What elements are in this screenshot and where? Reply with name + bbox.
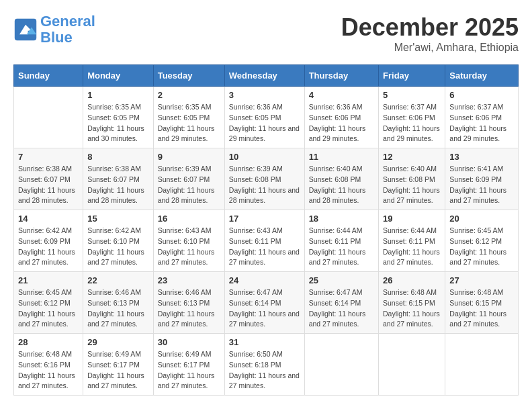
day-info: Sunrise: 6:38 AMSunset: 6:07 PMDaylight:… xyxy=(87,164,149,206)
calendar-cell: 4 Sunrise: 6:36 AMSunset: 6:06 PMDayligh… xyxy=(304,87,378,148)
calendar-cell xyxy=(445,334,519,396)
calendar-cell: 17 Sunrise: 6:43 AMSunset: 6:11 PMDaylig… xyxy=(224,210,304,272)
calendar-cell: 12 Sunrise: 6:40 AMSunset: 6:08 PMDaylig… xyxy=(379,148,445,210)
day-number: 18 xyxy=(309,214,374,224)
day-number: 28 xyxy=(18,337,79,347)
logo: General Blue xyxy=(13,13,95,46)
calendar-cell: 6 Sunrise: 6:37 AMSunset: 6:06 PMDayligh… xyxy=(445,87,519,148)
day-info: Sunrise: 6:49 AMSunset: 6:17 PMDaylight:… xyxy=(87,349,149,392)
day-info: Sunrise: 6:37 AMSunset: 6:06 PMDaylight:… xyxy=(449,102,514,144)
day-number: 1 xyxy=(87,90,149,100)
calendar-cell xyxy=(304,334,378,396)
calendar-cell: 3 Sunrise: 6:36 AMSunset: 6:05 PMDayligh… xyxy=(224,87,304,148)
calendar-cell: 30 Sunrise: 6:49 AMSunset: 6:17 PMDaylig… xyxy=(153,334,224,396)
day-info: Sunrise: 6:42 AMSunset: 6:09 PMDaylight:… xyxy=(18,226,79,268)
day-number: 6 xyxy=(449,90,514,100)
calendar-cell: 15 Sunrise: 6:42 AMSunset: 6:10 PMDaylig… xyxy=(83,210,154,272)
calendar-cell: 16 Sunrise: 6:43 AMSunset: 6:10 PMDaylig… xyxy=(153,210,224,272)
calendar-week-1: 7 Sunrise: 6:38 AMSunset: 6:07 PMDayligh… xyxy=(14,148,519,210)
calendar-cell: 2 Sunrise: 6:35 AMSunset: 6:05 PMDayligh… xyxy=(153,87,224,148)
calendar-cell: 24 Sunrise: 6:47 AMSunset: 6:14 PMDaylig… xyxy=(224,272,304,334)
day-number: 5 xyxy=(383,90,441,100)
calendar-week-2: 14 Sunrise: 6:42 AMSunset: 6:09 PMDaylig… xyxy=(14,210,519,272)
day-number: 24 xyxy=(229,275,300,285)
logo-line1: General xyxy=(40,13,95,30)
calendar-cell: 7 Sunrise: 6:38 AMSunset: 6:07 PMDayligh… xyxy=(14,148,83,210)
header-saturday: Saturday xyxy=(445,65,519,87)
day-number: 14 xyxy=(18,214,79,224)
calendar-cell: 28 Sunrise: 6:48 AMSunset: 6:16 PMDaylig… xyxy=(14,334,83,396)
day-info: Sunrise: 6:48 AMSunset: 6:15 PMDaylight:… xyxy=(449,287,514,330)
day-number: 19 xyxy=(383,214,441,224)
day-number: 31 xyxy=(229,337,300,347)
calendar-cell: 25 Sunrise: 6:47 AMSunset: 6:14 PMDaylig… xyxy=(304,272,378,334)
calendar-cell: 11 Sunrise: 6:40 AMSunset: 6:08 PMDaylig… xyxy=(304,148,378,210)
title-block: December 2025 Mer'awi, Amhara, Ethiopia xyxy=(341,13,519,54)
header-sunday: Sunday xyxy=(14,65,83,87)
day-info: Sunrise: 6:43 AMSunset: 6:10 PMDaylight:… xyxy=(158,226,220,268)
day-info: Sunrise: 6:43 AMSunset: 6:11 PMDaylight:… xyxy=(229,226,300,268)
day-info: Sunrise: 6:36 AMSunset: 6:05 PMDaylight:… xyxy=(229,102,300,144)
day-info: Sunrise: 6:40 AMSunset: 6:08 PMDaylight:… xyxy=(309,164,374,206)
location-subtitle: Mer'awi, Amhara, Ethiopia xyxy=(341,42,519,54)
day-info: Sunrise: 6:35 AMSunset: 6:05 PMDaylight:… xyxy=(87,102,149,144)
day-info: Sunrise: 6:48 AMSunset: 6:15 PMDaylight:… xyxy=(383,287,441,330)
day-number: 26 xyxy=(383,275,441,285)
day-number: 22 xyxy=(87,275,149,285)
day-info: Sunrise: 6:40 AMSunset: 6:08 PMDaylight:… xyxy=(383,164,441,206)
day-info: Sunrise: 6:41 AMSunset: 6:09 PMDaylight:… xyxy=(449,164,514,206)
calendar-cell: 18 Sunrise: 6:44 AMSunset: 6:11 PMDaylig… xyxy=(304,210,378,272)
day-info: Sunrise: 6:47 AMSunset: 6:14 PMDaylight:… xyxy=(229,287,300,330)
day-number: 23 xyxy=(158,275,220,285)
day-info: Sunrise: 6:46 AMSunset: 6:13 PMDaylight:… xyxy=(87,287,149,330)
logo-text: General Blue xyxy=(40,13,95,46)
calendar-cell: 29 Sunrise: 6:49 AMSunset: 6:17 PMDaylig… xyxy=(83,334,154,396)
day-number: 8 xyxy=(87,152,149,162)
day-number: 15 xyxy=(87,214,149,224)
day-info: Sunrise: 6:36 AMSunset: 6:06 PMDaylight:… xyxy=(309,102,374,144)
day-number: 13 xyxy=(449,152,514,162)
calendar-table: Sunday Monday Tuesday Wednesday Thursday… xyxy=(13,64,519,396)
header-tuesday: Tuesday xyxy=(153,65,224,87)
day-number: 30 xyxy=(158,337,220,347)
calendar-cell: 5 Sunrise: 6:37 AMSunset: 6:06 PMDayligh… xyxy=(379,87,445,148)
month-title: December 2025 xyxy=(341,13,519,42)
calendar-cell: 22 Sunrise: 6:46 AMSunset: 6:13 PMDaylig… xyxy=(83,272,154,334)
header-thursday: Thursday xyxy=(304,65,378,87)
day-info: Sunrise: 6:38 AMSunset: 6:07 PMDaylight:… xyxy=(18,164,79,206)
day-info: Sunrise: 6:37 AMSunset: 6:06 PMDaylight:… xyxy=(383,102,441,144)
page-header: General Blue December 2025 Mer'awi, Amha… xyxy=(13,13,519,54)
day-info: Sunrise: 6:42 AMSunset: 6:10 PMDaylight:… xyxy=(87,226,149,268)
day-number: 16 xyxy=(158,214,220,224)
day-info: Sunrise: 6:39 AMSunset: 6:08 PMDaylight:… xyxy=(229,164,300,206)
day-number: 2 xyxy=(158,90,220,100)
day-info: Sunrise: 6:35 AMSunset: 6:05 PMDaylight:… xyxy=(158,102,220,144)
day-info: Sunrise: 6:45 AMSunset: 6:12 PMDaylight:… xyxy=(18,287,79,330)
day-info: Sunrise: 6:49 AMSunset: 6:17 PMDaylight:… xyxy=(158,349,220,392)
day-number: 25 xyxy=(309,275,374,285)
day-number: 11 xyxy=(309,152,374,162)
day-info: Sunrise: 6:44 AMSunset: 6:11 PMDaylight:… xyxy=(383,226,441,268)
day-number: 17 xyxy=(229,214,300,224)
calendar-cell: 13 Sunrise: 6:41 AMSunset: 6:09 PMDaylig… xyxy=(445,148,519,210)
calendar-cell: 19 Sunrise: 6:44 AMSunset: 6:11 PMDaylig… xyxy=(379,210,445,272)
calendar-cell: 26 Sunrise: 6:48 AMSunset: 6:15 PMDaylig… xyxy=(379,272,445,334)
day-number: 3 xyxy=(229,90,300,100)
calendar-cell: 14 Sunrise: 6:42 AMSunset: 6:09 PMDaylig… xyxy=(14,210,83,272)
day-number: 9 xyxy=(158,152,220,162)
day-info: Sunrise: 6:45 AMSunset: 6:12 PMDaylight:… xyxy=(449,226,514,268)
day-info: Sunrise: 6:47 AMSunset: 6:14 PMDaylight:… xyxy=(309,287,374,330)
calendar-week-3: 21 Sunrise: 6:45 AMSunset: 6:12 PMDaylig… xyxy=(14,272,519,334)
header-friday: Friday xyxy=(379,65,445,87)
day-number: 4 xyxy=(309,90,374,100)
day-number: 7 xyxy=(18,152,79,162)
calendar-cell xyxy=(14,87,83,148)
day-info: Sunrise: 6:44 AMSunset: 6:11 PMDaylight:… xyxy=(309,226,374,268)
day-number: 27 xyxy=(449,275,514,285)
day-number: 10 xyxy=(229,152,300,162)
calendar-cell: 9 Sunrise: 6:39 AMSunset: 6:07 PMDayligh… xyxy=(153,148,224,210)
calendar-cell: 20 Sunrise: 6:45 AMSunset: 6:12 PMDaylig… xyxy=(445,210,519,272)
calendar-cell: 23 Sunrise: 6:46 AMSunset: 6:13 PMDaylig… xyxy=(153,272,224,334)
calendar-cell: 8 Sunrise: 6:38 AMSunset: 6:07 PMDayligh… xyxy=(83,148,154,210)
day-number: 12 xyxy=(383,152,441,162)
